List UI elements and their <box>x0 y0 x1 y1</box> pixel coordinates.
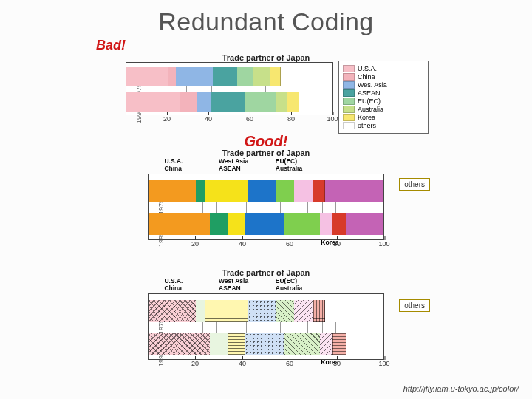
x-axis-2: 20406080100 <box>148 240 384 253</box>
x-tick: 20 <box>191 360 199 367</box>
segment <box>313 180 326 202</box>
legend-label: Australia <box>358 106 383 113</box>
legend-label: China <box>358 73 375 81</box>
legend-row: U.S.A. <box>343 65 424 72</box>
segment <box>346 213 383 235</box>
segment <box>245 92 277 112</box>
segment <box>149 332 211 355</box>
segment <box>281 67 332 86</box>
segment <box>276 180 295 202</box>
segment <box>196 300 206 322</box>
good-label: Good! <box>15 133 517 150</box>
panel-bad: Trade partner of Japan 1975 1995 2040608… <box>103 53 429 133</box>
slide: Redundant Coding Bad! Trade partner of J… <box>0 0 532 399</box>
legend-swatch <box>343 114 355 121</box>
segment <box>276 300 295 322</box>
segment <box>287 92 300 112</box>
bar-1995-color <box>149 213 383 235</box>
x-axis-1: 20406080100 <box>126 115 332 129</box>
segment <box>228 332 245 355</box>
legend-label: U.S.A. <box>358 65 377 72</box>
legend-bad: U.S.A.ChinaWes. AsiaASEANEU(EC)Australia… <box>338 61 429 134</box>
tl-asean: ASEAN <box>219 165 241 172</box>
segment <box>294 300 313 322</box>
segment <box>313 300 326 322</box>
segment <box>211 92 246 112</box>
connectors-tex <box>149 322 383 332</box>
x-tick: 40 <box>239 360 246 367</box>
segment <box>205 180 248 202</box>
x-tick: 100 <box>378 240 389 248</box>
segment <box>294 180 313 202</box>
segment <box>325 300 384 322</box>
legend-row: China <box>343 73 424 81</box>
tl-eu: EU(EC) <box>276 157 297 165</box>
x-tick: 100 <box>378 360 389 367</box>
plot-area-3: 1975 1995 <box>148 293 384 360</box>
segment <box>253 67 270 86</box>
legend-label: Wes. Asia <box>358 81 387 89</box>
legend-label: ASEAN <box>358 89 381 97</box>
x-tick: 60 <box>286 360 293 367</box>
segment <box>176 67 214 86</box>
segment <box>205 300 248 322</box>
legend-swatch <box>343 81 355 89</box>
legend-row: EU(EC) <box>343 98 424 105</box>
legend-label: others <box>358 122 376 129</box>
legend-swatch <box>343 65 355 72</box>
segment <box>325 180 384 202</box>
bar-1975-tex <box>149 300 383 322</box>
segment <box>299 92 332 112</box>
x-tick: 20 <box>163 115 171 123</box>
segment <box>248 180 276 202</box>
legend-row: ASEAN <box>343 89 424 97</box>
legend-row: Wes. Asia <box>343 81 424 89</box>
segment <box>196 180 206 202</box>
chart-title-2: Trade partner of Japan <box>126 149 406 157</box>
tl3-asean: ASEAN <box>219 284 241 292</box>
bad-label: Bad! <box>96 38 517 53</box>
bar-1995-bad <box>126 92 332 112</box>
legend-row: others <box>343 122 424 129</box>
x-axis-3: 20406080100 <box>148 360 384 373</box>
tl-australia: Australia <box>276 165 302 172</box>
top-labels-2: U.S.A. China West Asia ASEAN EU(EC) Aust… <box>148 157 384 174</box>
segment <box>320 332 332 355</box>
segment <box>332 213 347 235</box>
x-tick: 40 <box>205 115 212 123</box>
tl3-china: China <box>164 284 182 292</box>
bar-1975-color <box>149 180 383 202</box>
bar-1995-tex <box>149 332 383 355</box>
panel-good-color: Trade partner of Japan U.S.A. China West… <box>126 149 406 267</box>
others-note-2: others <box>399 178 430 191</box>
panel-good-texture: Trade partner of Japan U.S.A. China West… <box>126 268 406 379</box>
segment <box>346 332 383 355</box>
legend-label: Korea <box>358 114 375 121</box>
segment <box>245 213 285 235</box>
segment <box>213 67 238 86</box>
x-tick: 20 <box>191 240 199 248</box>
segment <box>126 92 180 112</box>
page-title: Redundant Coding <box>15 7 517 36</box>
legend-label: EU(EC) <box>358 98 381 105</box>
chart-title-3: Trade partner of Japan <box>126 268 406 277</box>
segment <box>245 332 285 355</box>
plot-area-2: 1975 1995 <box>148 174 384 240</box>
others-note-3: others <box>399 299 430 312</box>
segment <box>210 213 229 235</box>
x-tick: 60 <box>246 115 253 123</box>
segment <box>237 67 254 86</box>
legend-swatch <box>343 73 355 81</box>
connectors-color <box>149 202 383 213</box>
plot-area-1: 1975 1995 <box>126 62 332 115</box>
segment <box>284 213 321 235</box>
segment <box>228 213 245 235</box>
segment <box>276 92 287 112</box>
legend-row: Korea <box>343 114 424 121</box>
legend-swatch <box>343 89 355 97</box>
x-tick: 80 <box>333 360 341 367</box>
tl-westasia: West Asia <box>219 157 248 165</box>
segment <box>320 213 332 235</box>
segment <box>332 332 347 355</box>
bar-1975-bad <box>126 67 332 86</box>
